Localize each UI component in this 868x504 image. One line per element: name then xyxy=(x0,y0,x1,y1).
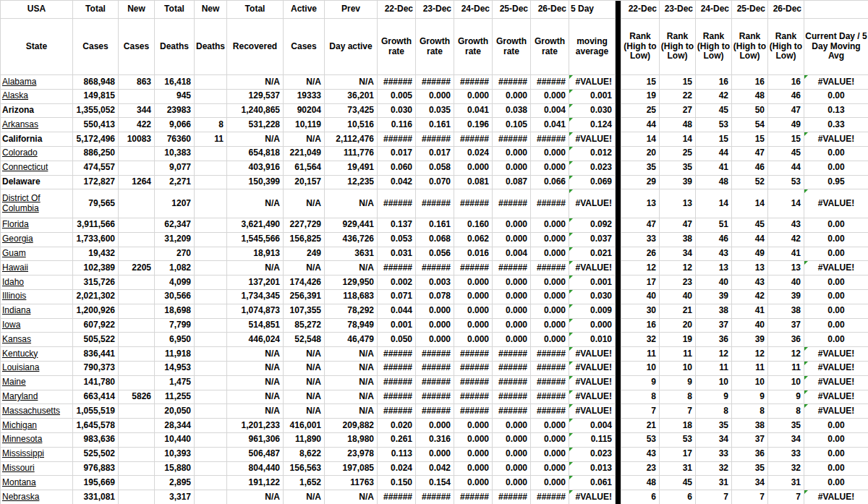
data-cell[interactable]: 868,948 xyxy=(73,75,119,90)
data-cell[interactable] xyxy=(195,318,227,333)
state-cell[interactable]: Michigan xyxy=(1,419,73,433)
data-cell[interactable]: #VALUE! xyxy=(569,347,616,362)
data-cell[interactable]: 945 xyxy=(155,89,195,103)
data-cell[interactable]: N/A xyxy=(227,361,284,375)
state-cell[interactable]: Louisiana xyxy=(1,361,73,375)
data-cell[interactable] xyxy=(195,432,227,447)
data-cell[interactable] xyxy=(195,333,227,347)
data-cell[interactable]: N/A xyxy=(284,404,325,419)
data-cell[interactable]: 0.000 xyxy=(454,432,493,447)
header-cell[interactable]: Rank (High to Low) xyxy=(768,19,804,75)
data-cell[interactable]: 0.000 xyxy=(493,318,531,333)
data-cell[interactable]: #VALUE! xyxy=(804,361,868,375)
data-cell[interactable]: 34 xyxy=(732,476,768,490)
data-cell[interactable] xyxy=(195,289,227,304)
data-cell[interactable]: 514,851 xyxy=(227,318,284,333)
data-cell[interactable]: 6,950 xyxy=(155,333,195,347)
data-cell[interactable]: #VALUE! xyxy=(569,390,616,404)
data-cell[interactable]: #VALUE! xyxy=(569,189,616,218)
data-cell[interactable]: 403,916 xyxy=(227,161,284,175)
state-cell[interactable]: Georgia xyxy=(1,232,73,247)
data-cell[interactable]: 0.020 xyxy=(378,419,416,433)
data-cell[interactable]: N/A xyxy=(227,347,284,362)
data-cell[interactable]: #VALUE! xyxy=(804,132,868,147)
data-cell[interactable]: ###### xyxy=(493,490,531,504)
data-cell[interactable]: 416,001 xyxy=(284,419,325,433)
data-cell[interactable]: 9,066 xyxy=(155,118,195,132)
data-cell[interactable]: 10,393 xyxy=(155,447,195,461)
header-cell[interactable]: Prev xyxy=(325,1,378,19)
data-cell[interactable]: 0.000 xyxy=(416,419,454,433)
data-cell[interactable]: 863 xyxy=(119,75,155,90)
header-cell[interactable]: 23-Dec xyxy=(660,1,696,19)
data-cell[interactable]: 10,383 xyxy=(155,146,195,161)
data-cell[interactable]: 37 xyxy=(696,318,732,333)
data-cell[interactable]: 197,085 xyxy=(325,461,378,476)
data-cell[interactable]: 0.000 xyxy=(454,461,493,476)
data-cell[interactable]: 53 xyxy=(696,118,732,132)
data-cell[interactable]: 47 xyxy=(621,218,660,232)
data-cell[interactable]: 0.000 xyxy=(493,289,531,304)
data-cell[interactable] xyxy=(119,419,155,433)
data-cell[interactable]: 48 xyxy=(732,89,768,103)
header-cell[interactable]: Rank (High to Low) xyxy=(660,19,696,75)
data-cell[interactable]: #VALUE! xyxy=(804,390,868,404)
data-cell[interactable]: 331,081 xyxy=(73,490,119,504)
data-cell[interactable]: 976,883 xyxy=(73,461,119,476)
data-cell[interactable]: 7 xyxy=(660,404,696,419)
data-cell[interactable]: 33 xyxy=(768,447,804,461)
data-cell[interactable]: 7 xyxy=(696,490,732,504)
state-cell[interactable]: Kansas xyxy=(1,333,73,347)
data-cell[interactable]: 16 xyxy=(732,75,768,90)
data-cell[interactable]: 48 xyxy=(660,118,696,132)
data-cell[interactable]: #VALUE! xyxy=(569,261,616,276)
data-cell[interactable]: 18,698 xyxy=(155,304,195,318)
data-cell[interactable]: ###### xyxy=(416,404,454,419)
data-cell[interactable]: 0.000 xyxy=(454,289,493,304)
data-cell[interactable]: 10 xyxy=(660,361,696,375)
data-cell[interactable]: 23983 xyxy=(155,103,195,118)
data-cell[interactable]: 0.023 xyxy=(569,161,616,175)
data-cell[interactable]: 23 xyxy=(621,461,660,476)
data-cell[interactable]: #VALUE! xyxy=(804,347,868,362)
data-cell[interactable]: 0.000 xyxy=(531,461,569,476)
data-cell[interactable]: 14 xyxy=(660,132,696,147)
header-cell[interactable]: State xyxy=(1,19,73,75)
data-cell[interactable]: 141,780 xyxy=(73,375,119,390)
data-cell[interactable]: 38 xyxy=(768,304,804,318)
data-cell[interactable]: 550,413 xyxy=(73,118,119,132)
header-cell[interactable]: Total xyxy=(227,1,284,19)
data-cell[interactable]: 9,077 xyxy=(155,161,195,175)
data-cell[interactable]: 0.000 xyxy=(454,161,493,175)
header-cell[interactable]: Cases xyxy=(119,19,155,75)
data-cell[interactable]: N/A xyxy=(325,347,378,362)
data-cell[interactable] xyxy=(119,404,155,419)
data-cell[interactable]: 78,949 xyxy=(325,318,378,333)
data-cell[interactable] xyxy=(195,461,227,476)
data-cell[interactable]: 11,890 xyxy=(284,432,325,447)
data-cell[interactable]: 0.012 xyxy=(569,146,616,161)
data-cell[interactable]: 44 xyxy=(732,232,768,247)
data-cell[interactable]: 16 xyxy=(696,75,732,90)
data-cell[interactable]: 129,950 xyxy=(325,276,378,290)
data-cell[interactable]: 85,272 xyxy=(284,318,325,333)
data-cell[interactable]: 0.000 xyxy=(531,89,569,103)
data-cell[interactable]: 0.017 xyxy=(378,146,416,161)
data-cell[interactable]: ###### xyxy=(531,361,569,375)
data-cell[interactable]: 11 xyxy=(768,361,804,375)
state-cell[interactable]: Alaska xyxy=(1,89,73,103)
data-cell[interactable]: 8 xyxy=(621,390,660,404)
data-cell[interactable]: N/A xyxy=(227,490,284,504)
data-cell[interactable]: 0.068 xyxy=(416,232,454,247)
data-cell[interactable] xyxy=(119,347,155,362)
data-cell[interactable]: 45 xyxy=(660,476,696,490)
state-cell[interactable]: Minnesota xyxy=(1,432,73,447)
data-cell[interactable]: N/A xyxy=(325,404,378,419)
data-cell[interactable]: 0.001 xyxy=(569,276,616,290)
state-cell[interactable]: California xyxy=(1,132,73,147)
data-cell[interactable]: 9 xyxy=(732,390,768,404)
data-cell[interactable]: 44 xyxy=(696,146,732,161)
data-cell[interactable]: 51 xyxy=(696,218,732,232)
header-cell[interactable]: 22-Dec xyxy=(621,1,660,19)
header-cell[interactable]: Deaths xyxy=(195,19,227,75)
